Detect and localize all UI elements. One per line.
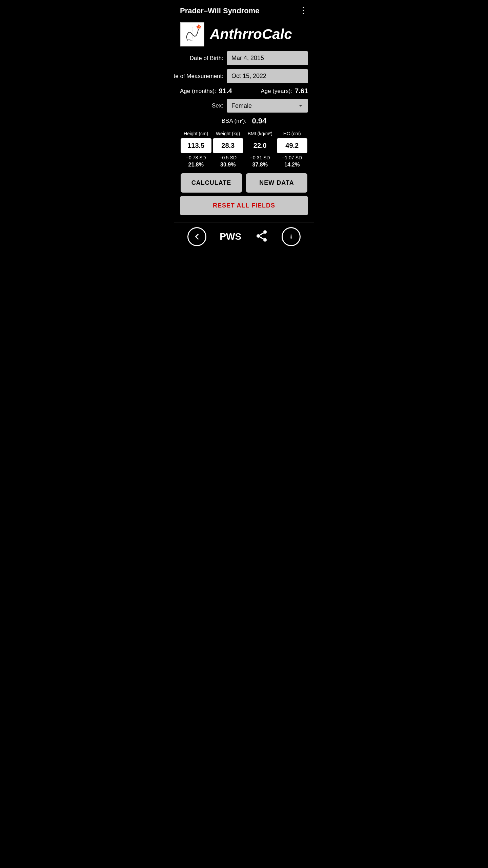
hc-pct: 14.2%: [277, 162, 308, 168]
branding: Z % 🍁 AnthrroCalc: [174, 19, 314, 51]
page-title: Prader–Will Syndrome: [180, 6, 260, 15]
pws-label[interactable]: PWS: [220, 231, 241, 242]
header: Prader–Will Syndrome ⋮: [174, 0, 314, 19]
svg-text:Z %: Z %: [187, 39, 192, 42]
logo-leaf: 🍁: [196, 24, 202, 29]
bmi-header: BMI (kg/m²): [245, 131, 276, 136]
hc-sd: −1.07 SD: [277, 155, 308, 160]
weight-header: Weight (kg): [213, 131, 244, 136]
sex-select[interactable]: Female Male: [227, 99, 308, 113]
dom-label: Date of Measurement:: [174, 73, 223, 80]
meas-inputs: 22.0: [180, 138, 308, 153]
meas-pct-row: 21.8% 30.9% 37.8% 14.2%: [180, 162, 308, 168]
height-input[interactable]: [181, 138, 211, 153]
age-years-group: Age (years): 7.61: [261, 87, 308, 95]
bsa-label: BSA (m²):: [222, 118, 247, 124]
measurements-section: Height (cm) Weight (kg) BMI (kg/m²) HC (…: [180, 131, 308, 168]
hc-input[interactable]: [277, 138, 308, 153]
dob-row: Date of Birth:: [180, 51, 308, 65]
age-months-value: 91.4: [219, 87, 232, 95]
reset-button[interactable]: RESET ALL FIELDS: [180, 196, 308, 215]
sex-row: Sex: Female Male: [180, 99, 308, 113]
weight-input[interactable]: [213, 138, 244, 153]
calculate-button[interactable]: CALCULATE: [181, 173, 242, 193]
share-button[interactable]: [255, 229, 268, 244]
back-button[interactable]: [187, 227, 206, 246]
age-months-group: Age (months): 91.4: [180, 87, 232, 95]
bottom-nav: PWS: [174, 222, 314, 251]
meas-headers: Height (cm) Weight (kg) BMI (kg/m²) HC (…: [180, 131, 308, 136]
svg-line-6: [260, 233, 263, 235]
age-row: Age (months): 91.4 Age (years): 7.61: [180, 87, 308, 95]
dob-input[interactable]: [227, 51, 308, 65]
info-button[interactable]: [282, 227, 301, 246]
app-name: AnthrroCalc: [210, 26, 292, 42]
meas-sd-row: −0.78 SD −0.5 SD −0.31 SD −1.07 SD: [180, 155, 308, 160]
height-header: Height (cm): [181, 131, 211, 136]
height-pct: 21.8%: [181, 162, 211, 168]
svg-point-4: [263, 238, 267, 242]
hc-header: HC (cm): [277, 131, 308, 136]
height-sd: −0.78 SD: [181, 155, 211, 160]
action-buttons: CALCULATE NEW DATA: [180, 173, 308, 193]
svg-point-2: [263, 230, 267, 234]
sex-label: Sex:: [212, 102, 223, 109]
weight-sd: −0.5 SD: [213, 155, 244, 160]
weight-pct: 30.9%: [213, 162, 244, 168]
bsa-row: BSA (m²): 0.94: [180, 117, 308, 125]
share-icon: [255, 229, 268, 243]
more-menu-icon[interactable]: ⋮: [299, 5, 308, 16]
bmi-sd: −0.31 SD: [245, 155, 276, 160]
dom-row: Date of Measurement:: [180, 69, 308, 83]
app-logo: Z % 🍁: [180, 22, 204, 46]
svg-point-3: [257, 234, 260, 238]
back-icon: [192, 232, 202, 241]
dob-label: Date of Birth:: [190, 55, 223, 62]
age-years-value: 7.61: [295, 87, 308, 95]
svg-line-5: [260, 237, 263, 239]
bsa-value: 0.94: [252, 117, 266, 125]
info-icon: [286, 232, 296, 241]
dom-input[interactable]: [227, 69, 308, 83]
new-data-button[interactable]: NEW DATA: [246, 173, 307, 193]
bmi-pct: 37.8%: [245, 162, 276, 168]
bmi-display: 22.0: [245, 138, 276, 153]
form-area: Date of Birth: Date of Measurement: Age …: [174, 51, 314, 222]
age-months-label: Age (months):: [180, 88, 216, 95]
age-years-label: Age (years):: [261, 88, 292, 95]
